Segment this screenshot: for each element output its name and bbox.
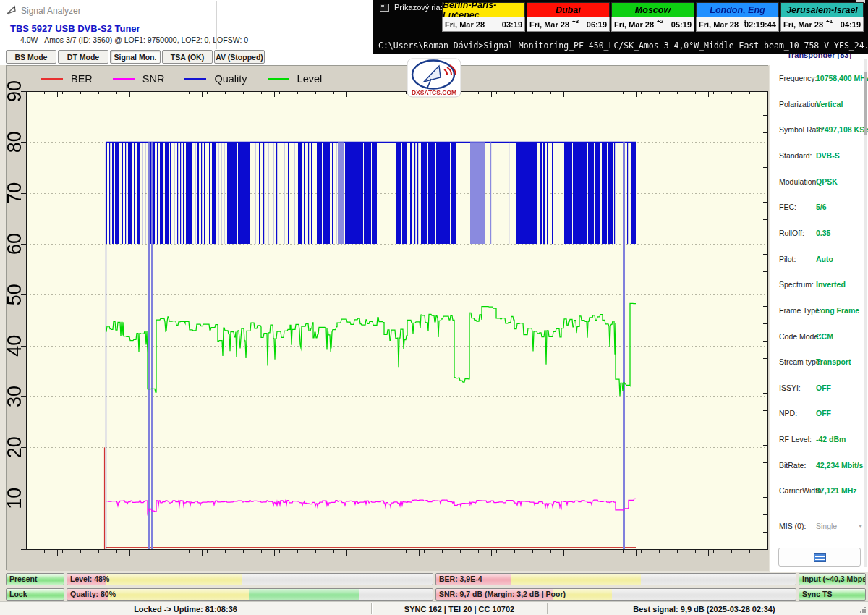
transponder-param-row: MIS (0): Single ▾ — [770, 522, 868, 532]
transponder-param-row: Standard: DVB-S ▾ — [770, 151, 868, 161]
world-clock: Berlin-Paris-Lučenec Fri, Mar 28 03:19 — [442, 2, 525, 32]
param-value: Single — [816, 522, 837, 530]
legend-item: SNR — [113, 73, 165, 85]
signal-bar: Sync TS — [799, 588, 866, 601]
signal-bar: BER: 3,9E-4 — [435, 573, 796, 585]
transponder-param-row: RF Level: -42 dBm ▾ — [770, 435, 868, 445]
clock-date: Fri, Mar 28 — [699, 20, 739, 29]
clock-time: 05:19 — [671, 20, 692, 29]
scrollbar-thumb[interactable] — [864, 72, 867, 135]
legend-label: BER — [71, 73, 93, 85]
param-label: ISSYI: — [779, 383, 801, 392]
legend-line-swatch — [184, 78, 206, 80]
mode-tab[interactable]: Signal Mon. — [110, 50, 161, 64]
clock-utc-offset: +2 — [657, 18, 663, 25]
clock-city-label: Berlin-Paris-Lučenec — [442, 2, 525, 17]
chevron-down-icon[interactable]: ▾ — [859, 522, 862, 530]
param-value: 37,121 MHz — [816, 486, 857, 495]
transponder-param-row: Modulation: QPSK ▾ — [770, 177, 868, 187]
signal-bar: Level: 48% — [67, 573, 433, 585]
chart-legend: BER SNR Quality Level — [41, 67, 342, 90]
world-clock: Moscow Fri, Mar 28 +2 05:19 — [611, 2, 694, 32]
window-title-row[interactable]: Signal Analyzer — [6, 5, 81, 16]
status-text: Best signal: 9,9 dB (2025-03-28 02:34) — [633, 605, 775, 614]
transponder-param-row: BitRate: 42,234 Mbit/s ▾ — [770, 461, 868, 471]
transponder-param-row: FEC: 5/6 ▾ — [770, 203, 868, 213]
status-segment: SYNC 162 | TEI 20 | CC 10702 — [372, 602, 547, 615]
dxsatcs-logo: DXSATCS.COM — [407, 58, 461, 98]
world-clock-strip: Berlin-Paris-Lučenec Fri, Mar 28 03:19 D… — [442, 2, 864, 32]
world-clock: Dubai Fri, Mar 28 +3 06:19 — [527, 2, 610, 32]
transponder-param-row: Stream type: Transport ▾ — [770, 357, 868, 368]
clock-body: Fri, Mar 28 03:19 — [442, 17, 525, 32]
mode-tab[interactable]: BS Mode — [6, 50, 56, 64]
transponder-param-row: NPD: OFF ▾ — [770, 409, 868, 419]
param-value: 10758,400 MHz — [816, 74, 868, 82]
bar-label: Present — [7, 574, 64, 585]
signal-monitor-chart: BER SNR Quality Level — [6, 65, 768, 570]
clock-time: 02:19:44 — [744, 20, 776, 29]
param-value: DVB-S — [816, 151, 840, 160]
param-value: 27497,108 KS/s — [816, 125, 868, 134]
transponder-param-row: Pilot: Auto ▾ — [770, 255, 868, 265]
signal-bar: Present — [6, 573, 64, 585]
param-value: Inverted — [816, 280, 846, 289]
clock-date: Fri, Mar 28 — [529, 20, 569, 29]
param-value: -42 dBm — [816, 435, 846, 444]
sidebar-scrollbar[interactable] — [864, 59, 867, 567]
clock-time: 06:19 — [587, 20, 607, 29]
tuner-settings: 4.0W - Amos 3/7 (ID: 3560) @ LOF1: 97500… — [20, 35, 248, 44]
param-value: Auto — [816, 255, 833, 263]
signal-bar: Input (~40,3 Mbps) — [799, 573, 866, 585]
param-value: CCM — [816, 332, 833, 341]
transponder-sidebar: Transponder [83] Frequency: 10758,400 MH… — [770, 54, 868, 572]
status-segment: Locked -> Uptime: 81:08:36 — [0, 602, 371, 615]
resize-grip-icon[interactable] — [860, 606, 867, 613]
param-value: 0.35 — [816, 229, 830, 237]
clock-city-label: London, Eng — [696, 2, 779, 17]
transponder-param-row: Spectrum: Inverted ▾ — [770, 280, 868, 290]
transponder-param-row: Frequency: 10758,400 MHz ▾ — [770, 74, 868, 84]
signal-analyzer-app: Signal Analyzer TBS 5927 USB DVB-S2 Tune… — [0, 0, 868, 615]
world-clock: London, Eng Fri, Mar 28 -1 02:19:44 — [696, 2, 779, 32]
signal-bar: Quality: 80% — [67, 588, 433, 601]
command-prompt-window: Príkazový riadok Berlin-Paris-Lučenec Fr… — [373, 0, 868, 54]
mode-tab[interactable]: TSA (OK) — [162, 50, 213, 64]
status-text: SYNC 162 | TEI 20 | CC 10702 — [404, 605, 514, 614]
bar-label: BER: 3,9E-4 — [436, 574, 796, 585]
param-label: Pilot: — [779, 255, 796, 263]
command-line-text[interactable]: C:\Users\Roman Dávid>Signal Monitoring_P… — [378, 41, 868, 51]
logo-text: DXSATCS.COM — [412, 89, 456, 96]
sidebar-tool-button[interactable] — [778, 548, 861, 567]
param-label: RollOff: — [779, 229, 804, 237]
chart-plot-canvas — [7, 66, 769, 571]
transponder-param-row: Code Mode: CCM ▾ — [770, 332, 868, 342]
bar-label: Sync TS — [799, 589, 865, 600]
tab-label: AV (Stopped) — [216, 53, 263, 62]
param-label: Spectrum: — [779, 280, 814, 289]
clock-body: Fri, Mar 28 +3 06:19 — [527, 17, 610, 32]
transponder-param-row: RollOff: 0.35 ▾ — [770, 229, 868, 239]
param-value: Long Frame — [816, 306, 859, 315]
legend-line-swatch — [268, 78, 289, 80]
bar-label: SNR: 9,7 dB (Margin: 3,2 dB | Poor) — [436, 589, 796, 600]
tab-label: TSA (OK) — [171, 53, 204, 62]
mode-tab[interactable]: DT Mode — [58, 50, 109, 64]
param-value: QPSK — [816, 177, 838, 186]
param-label: Code Mode: — [779, 332, 820, 341]
status-bar: Locked -> Uptime: 81:08:36SYNC 162 | TEI… — [0, 601, 868, 615]
app-title: Signal Analyzer — [21, 6, 81, 16]
clock-city-label: Moscow — [611, 2, 694, 17]
bar-label: Level: 48% — [67, 574, 433, 585]
legend-line-swatch — [113, 78, 135, 80]
param-label: BitRate: — [779, 461, 806, 470]
param-label: NPD: — [779, 409, 797, 417]
param-label: Frequency: — [779, 74, 817, 82]
clock-city-label: Jerusalem-Israel — [780, 2, 864, 17]
legend-label: Quality — [214, 73, 247, 85]
mode-tab-strip: BS ModeDT ModeSignal Mon.TSA (OK)AV (Sto… — [6, 50, 265, 64]
legend-item: BER — [41, 73, 93, 85]
tab-label: DT Mode — [67, 53, 99, 62]
mode-tab[interactable]: AV (Stopped) — [214, 50, 265, 64]
clock-time: 04:19 — [841, 20, 861, 29]
